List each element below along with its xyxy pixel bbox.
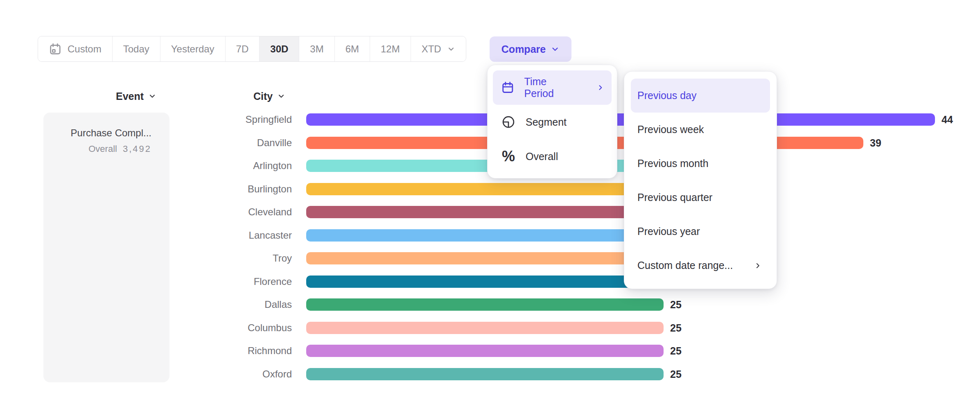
- bar-row: Troy27: [0, 252, 980, 264]
- bar-richmond[interactable]: [306, 345, 664, 357]
- menu-item-label: Custom date range...: [637, 260, 733, 271]
- bar-dallas[interactable]: [306, 298, 664, 311]
- menu-item-previous-week[interactable]: Previous week: [631, 113, 770, 147]
- range-button-label: XTD: [422, 43, 441, 55]
- bar-columbus[interactable]: [306, 322, 664, 334]
- menu-item-previous-year[interactable]: Previous year: [631, 215, 770, 248]
- menu-item-label: Overall: [526, 151, 558, 163]
- pie-segment-icon: [501, 115, 516, 129]
- calendar-icon: [501, 81, 515, 95]
- chevron-right-icon: [596, 84, 604, 92]
- compare-label: Compare: [501, 43, 546, 55]
- bar-value-label: 25: [670, 345, 682, 357]
- range-button-yesterday[interactable]: Yesterday: [160, 36, 226, 61]
- city-header-label: City: [253, 90, 273, 102]
- bar-category-label: Cleveland: [0, 206, 292, 218]
- bar-oxford[interactable]: [306, 368, 664, 380]
- range-button-custom[interactable]: Custom: [38, 36, 113, 61]
- bar-category-label: Lancaster: [0, 229, 292, 242]
- compare-menu: Time PeriodSegment%Overall: [487, 65, 617, 178]
- range-button-label: Custom: [68, 43, 102, 55]
- bar-category-label: Dallas: [0, 298, 292, 311]
- chevron-right-icon: [754, 262, 762, 270]
- bar-category-label: Florence: [0, 276, 292, 288]
- range-button-3m[interactable]: 3M: [299, 36, 334, 61]
- bar-value-label: 25: [670, 298, 682, 311]
- menu-item-label: Previous quarter: [637, 192, 712, 203]
- range-button-12m[interactable]: 12M: [370, 36, 411, 61]
- range-button-label: 12M: [381, 43, 400, 55]
- calendar-icon: [49, 43, 62, 56]
- bar-category-label: Burlington: [0, 183, 292, 195]
- range-button-6m[interactable]: 6M: [335, 36, 370, 61]
- menu-item-overall[interactable]: %Overall: [493, 139, 612, 174]
- chevron-down-icon: [551, 45, 560, 54]
- bar-value-label: 25: [670, 368, 682, 381]
- bar-row: Columbus25: [0, 322, 980, 334]
- menu-item-label: Previous week: [637, 124, 704, 135]
- compare-button[interactable]: Compare: [490, 36, 571, 62]
- event-column-header[interactable]: Event: [116, 90, 156, 102]
- menu-item-label: Segment: [526, 116, 567, 128]
- menu-item-label: Time Period: [524, 76, 577, 99]
- menu-item-label: Previous day: [637, 90, 697, 102]
- time-period-submenu: Previous dayPrevious weekPrevious monthP…: [624, 71, 777, 289]
- chevron-down-icon: [278, 93, 285, 100]
- bar-row: Oxford25: [0, 368, 980, 380]
- menu-item-label: Previous year: [637, 226, 700, 237]
- range-button-label: 3M: [310, 43, 323, 55]
- range-button-label: 30D: [270, 43, 288, 55]
- range-button-label: Yesterday: [171, 43, 215, 55]
- menu-item-previous-quarter[interactable]: Previous quarter: [631, 181, 770, 215]
- range-button-label: 6M: [345, 43, 359, 55]
- bar-value-label: 44: [942, 113, 953, 126]
- bar-value-label: 25: [670, 322, 682, 334]
- menu-item-time-period[interactable]: Time Period: [493, 70, 612, 105]
- chevron-down-icon: [447, 45, 455, 53]
- event-header-label: Event: [116, 90, 144, 102]
- range-button-xtd[interactable]: XTD: [411, 36, 466, 61]
- bar-category-label: Danville: [0, 137, 292, 149]
- bar-row: Lancaster28: [0, 229, 980, 242]
- insights-report-page: CustomTodayYesterday7D30D3M6M12MXTD Comp…: [0, 0, 980, 411]
- range-button-30d[interactable]: 30D: [260, 36, 299, 61]
- menu-item-segment[interactable]: Segment: [493, 105, 612, 139]
- menu-item-previous-month[interactable]: Previous month: [631, 147, 770, 181]
- bar-category-label: Troy: [0, 252, 292, 264]
- bar-springfield[interactable]: [306, 113, 935, 126]
- bar-row: Richmond25: [0, 345, 980, 357]
- range-button-label: 7D: [236, 43, 249, 55]
- bar-row: Dallas25: [0, 298, 980, 311]
- bar-row: Burlington30: [0, 183, 980, 195]
- bar-value-label: 39: [870, 137, 881, 149]
- menu-item-label: Previous month: [637, 158, 709, 169]
- percent-icon: %: [501, 149, 516, 164]
- date-range-toolbar: CustomTodayYesterday7D30D3M6M12MXTD: [38, 36, 466, 62]
- bar-category-label: Springfield: [0, 113, 292, 126]
- city-column-header[interactable]: City: [253, 90, 285, 102]
- range-button-7d[interactable]: 7D: [226, 36, 260, 61]
- bar-category-label: Richmond: [0, 345, 292, 357]
- bar-row: Cleveland29: [0, 206, 980, 218]
- menu-item-previous-day[interactable]: Previous day: [631, 79, 770, 113]
- range-button-label: Today: [123, 43, 149, 55]
- chevron-down-icon: [149, 93, 156, 100]
- bar-category-label: Columbus: [0, 322, 292, 334]
- bar-category-label: Oxford: [0, 368, 292, 380]
- bar-category-label: Arlington: [0, 160, 292, 172]
- range-button-today[interactable]: Today: [113, 36, 160, 61]
- menu-item-custom-date-range[interactable]: Custom date range...: [631, 248, 770, 282]
- bar-row: Florence26: [0, 276, 980, 288]
- event-card[interactable]: Purchase Compl... Overall3,492: [43, 113, 169, 382]
- bar-florence[interactable]: [306, 276, 677, 288]
